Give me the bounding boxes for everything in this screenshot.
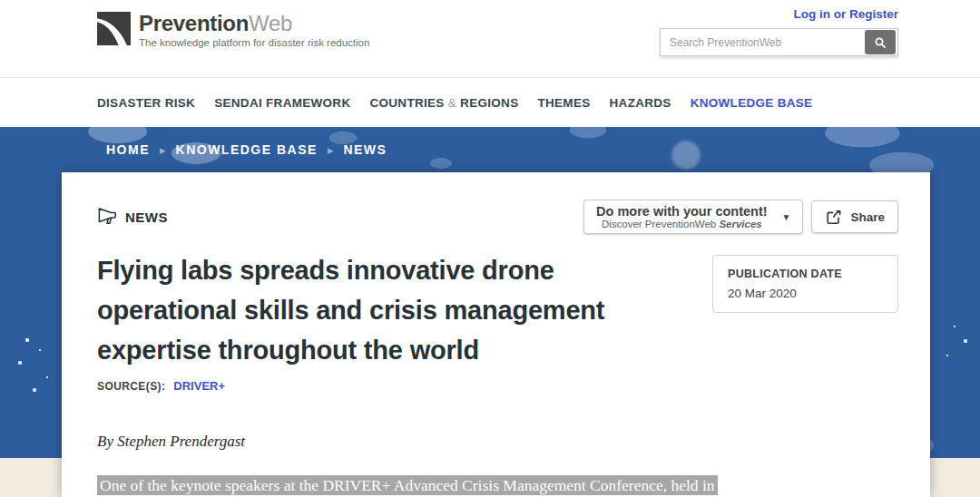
nav-countries-pre: COUNTRIES — [369, 96, 447, 110]
do-more-line1: Do more with your content! — [596, 204, 768, 219]
nav-countries-amp: & — [448, 96, 456, 110]
article-byline: By Stephen Prendergast — [97, 433, 898, 451]
brand-name-light: Web — [249, 11, 292, 35]
nav-countries-post: REGIONS — [456, 96, 518, 110]
header-right: Log in or Register — [660, 7, 898, 56]
publication-date-label: PUBLICATION DATE — [728, 268, 883, 280]
site-tagline: The knowledge platform for disaster risk… — [139, 37, 369, 48]
logo-text: PreventionWeb The knowledge platform for… — [139, 12, 369, 48]
nav-hazards[interactable]: HAZARDS — [610, 96, 671, 110]
sources-row: SOURCE(S): DRIVER+ — [97, 379, 898, 393]
publication-date-box: PUBLICATION DATE 20 Mar 2020 — [712, 255, 898, 313]
chevron-right-icon: ▸ — [160, 143, 166, 157]
article-actions: Do more with your content! Discover Prev… — [583, 200, 898, 234]
selected-body-text: One of the keynote speakers at the DRIVE… — [97, 475, 718, 495]
nav-knowledge-base[interactable]: KNOWLEDGE BASE — [691, 96, 813, 110]
panel-top-row: NEWS Do more with your content! Discover… — [97, 200, 898, 234]
search-button[interactable] — [865, 30, 896, 54]
nav-sendai-framework[interactable]: SENDAI FRAMEWORK — [214, 96, 350, 110]
nav-countries-regions[interactable]: COUNTRIES & REGIONS — [369, 96, 518, 110]
brand-name-bold: Prevention — [139, 11, 249, 35]
search-box — [660, 28, 898, 56]
publication-date-value: 20 Mar 2020 — [728, 287, 883, 300]
source-link-driver[interactable]: DRIVER+ — [173, 379, 225, 393]
preventionweb-logo-icon — [97, 12, 131, 45]
chevron-right-icon: ▸ — [328, 143, 334, 157]
caret-down-icon: ▼ — [782, 212, 791, 222]
search-icon — [873, 35, 887, 50]
share-icon — [825, 209, 842, 226]
article-title: Flying labs spreads innovative drone ope… — [97, 250, 712, 370]
search-input[interactable] — [661, 36, 865, 49]
breadcrumb-home[interactable]: HOME — [106, 142, 150, 157]
preventionweb-logo[interactable]: PreventionWeb The knowledge platform for… — [97, 12, 369, 48]
share-button[interactable]: Share — [811, 200, 898, 233]
do-more-line2: Discover PreventionWeb Services — [596, 219, 768, 230]
breadcrumb-knowledge-base[interactable]: KNOWLEDGE BASE — [176, 142, 318, 157]
nav-disaster-risk[interactable]: DISASTER RISK — [97, 96, 195, 110]
article-panel: NEWS Do more with your content! Discover… — [62, 172, 930, 497]
do-more-text: Do more with your content! Discover Prev… — [596, 204, 768, 230]
nav-themes[interactable]: THEMES — [537, 96, 590, 110]
do-more-dropdown-button[interactable]: Do more with your content! Discover Prev… — [583, 200, 803, 234]
do-more-line2-services: Services — [719, 219, 761, 229]
site-header: PreventionWeb The knowledge platform for… — [0, 0, 980, 78]
breadcrumb-band: HOME ▸ KNOWLEDGE BASE ▸ NEWS — [0, 127, 980, 172]
section-label-text: NEWS — [125, 210, 168, 225]
section-label-news: NEWS — [97, 208, 168, 226]
page: PreventionWeb The knowledge platform for… — [0, 0, 980, 497]
article-body-paragraph: One of the keynote speakers at the DRIVE… — [97, 475, 898, 495]
breadcrumb: HOME ▸ KNOWLEDGE BASE ▸ NEWS — [106, 142, 387, 157]
breadcrumb-news-current: NEWS — [343, 142, 387, 157]
main-nav: DISASTER RISK SENDAI FRAMEWORK COUNTRIES… — [0, 78, 980, 127]
title-row: Flying labs spreads innovative drone ope… — [97, 250, 898, 370]
sources-label: SOURCE(S): — [97, 380, 165, 393]
login-register-link[interactable]: Log in or Register — [660, 7, 898, 21]
share-button-label: Share — [850, 210, 885, 224]
content-background: NEWS Do more with your content! Discover… — [0, 172, 980, 497]
do-more-line2-prefix: Discover PreventionWeb — [602, 219, 720, 229]
megaphone-icon — [97, 208, 117, 226]
